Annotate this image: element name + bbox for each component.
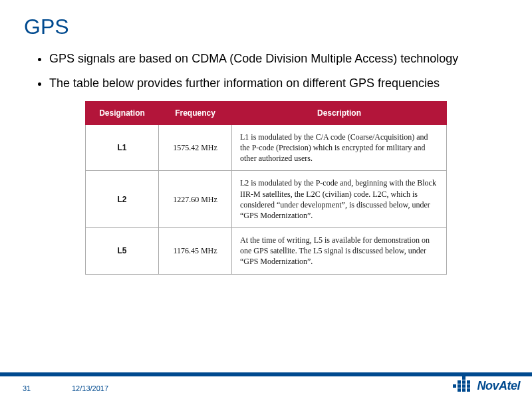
gps-frequency-table: Designation Frequency Description L1 157… <box>85 101 447 275</box>
table-row: L2 1227.60 MHz L2 is modulated by the P-… <box>86 171 447 228</box>
cell-frequency: 1575.42 MHz <box>159 124 232 171</box>
gps-table-wrap: Designation Frequency Description L1 157… <box>85 101 447 275</box>
cell-description: L1 is modulated by the C/A code (Coarse/… <box>232 124 447 171</box>
col-header-description: Description <box>232 101 447 124</box>
bullet-item: GPS signals are based on CDMA (Code Divi… <box>49 51 505 66</box>
table-row: L1 1575.42 MHz L1 is modulated by the C/… <box>86 124 447 171</box>
page-title: GPS <box>0 0 532 39</box>
col-header-designation: Designation <box>86 101 159 124</box>
slide-footer: 31 12/13/2017 NovAtel <box>0 371 532 399</box>
slide: GPS GPS signals are based on CDMA (Code … <box>0 0 532 399</box>
cell-frequency: 1227.60 MHz <box>159 171 232 228</box>
logo-mark-icon <box>453 376 473 395</box>
table-row: L5 1176.45 MHz At the time of writing, L… <box>86 228 447 275</box>
cell-description: L2 is modulated by the P-code and, begin… <box>232 171 447 228</box>
logo-text: NovAtel <box>477 379 520 393</box>
page-number: 31 <box>23 384 31 392</box>
cell-frequency: 1176.45 MHz <box>159 228 232 275</box>
cell-designation: L1 <box>86 124 159 171</box>
footer-date: 12/13/2017 <box>72 384 108 392</box>
cell-description: At the time of writing, L5 is available … <box>232 228 447 275</box>
cell-designation: L2 <box>86 171 159 228</box>
cell-designation: L5 <box>86 228 159 275</box>
table-header-row: Designation Frequency Description <box>86 101 447 124</box>
col-header-frequency: Frequency <box>159 101 232 124</box>
novatel-logo: NovAtel <box>453 376 520 395</box>
bullet-item: The table below provides further informa… <box>49 76 505 91</box>
bullet-list: GPS signals are based on CDMA (Code Divi… <box>0 39 532 92</box>
footer-accent-bar <box>0 372 532 376</box>
